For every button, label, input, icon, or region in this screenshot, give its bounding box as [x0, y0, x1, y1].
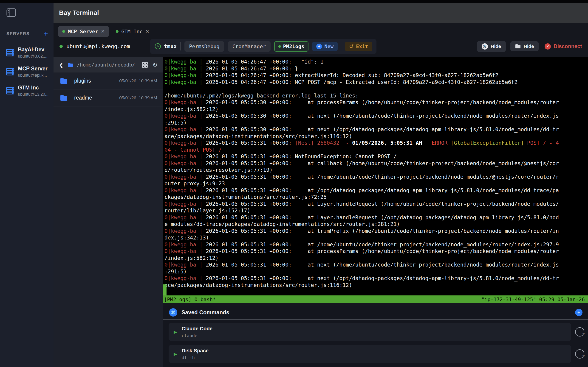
file-modified-date: 05/01/26, 10:39 AM [119, 78, 157, 83]
tmux-label: tmux [164, 43, 177, 49]
tmux-status-bar: [PM2Logs] 0:bash* "ip-172-31-49-125" 05:… [163, 295, 588, 303]
command-text: claude [182, 333, 212, 338]
chevron-down-icon: ⌄ [582, 352, 586, 357]
file-name: readme [74, 95, 119, 101]
page-title: Bay Terminal [59, 9, 99, 17]
connection-info: ubuntu@api.kwegg.com [60, 43, 130, 49]
terminal-pane[interactable]: 0|kwegg-ba | 2026-01-05 04:26:47 +00:00:… [163, 57, 588, 303]
servers-sidebar: SERVERS + BayAI-Dev ubuntu@3.62.... [0, 3, 53, 367]
saved-commands-header: ⌘ Saved Commands + [163, 306, 588, 320]
terminal-cursor [163, 284, 166, 295]
clock-icon [154, 43, 161, 50]
refresh-icon[interactable]: ↻ [153, 61, 157, 69]
app-header: Bay Terminal [53, 3, 588, 23]
close-icon[interactable]: ✕ [101, 29, 105, 34]
file-modified-date: 05/01/26, 10:39 AM [119, 95, 157, 100]
close-icon[interactable]: ✕ [145, 29, 149, 34]
hide-label: Hide [491, 44, 501, 49]
connection-toolbar: ubuntu@api.kwegg.com tmux PermsDebug Cro… [53, 37, 588, 56]
plus-icon: + [44, 30, 48, 38]
tmux-status-left: [PM2Logs] 0:bash* [164, 297, 216, 302]
server-name: GTM Inc [18, 85, 48, 91]
plus-icon: + [578, 309, 580, 315]
server-name: MCP Server [18, 66, 48, 72]
active-session-dot-icon [278, 45, 281, 48]
hide-commands-button[interactable]: ⌘ Hide [477, 41, 506, 52]
x-circle-icon: ✕ [545, 43, 551, 50]
session-label: PM2Logs [283, 44, 304, 49]
servers-section-label: SERVERS [6, 31, 30, 36]
command-text: df -h [182, 355, 208, 360]
command-name: Disk Space [182, 348, 208, 354]
tab-bar: MCP Server ✕ GTM Inc ✕ [53, 23, 588, 37]
server-icon [6, 49, 14, 56]
divider [180, 42, 181, 50]
add-server-button[interactable]: + [44, 31, 48, 36]
ellipsis-icon: ⋯ [578, 351, 582, 357]
session-button-pm2logs[interactable]: PM2Logs [274, 41, 309, 52]
hide-files-button[interactable]: Hide [510, 41, 539, 51]
path-bar: ❮ /home/ubuntu/nocodb/ ↻ [53, 57, 163, 73]
window-top-edge [0, 0, 588, 3]
ellipsis-icon: ⋯ [578, 329, 582, 334]
command-icon: ⌘ [169, 308, 177, 317]
folder-icon [515, 44, 521, 49]
terminal-output: 0|kwegg-ba | 2026-01-05 04:26:47 +00:00:… [164, 59, 587, 289]
file-row-readme[interactable]: readme 05/01/26, 10:39 AM [53, 90, 163, 106]
back-chevron-icon[interactable]: ❮ [59, 62, 64, 68]
main-area: MCP Server ✕ GTM Inc ✕ ubuntu@api.kwegg.… [53, 23, 588, 367]
connection-status-dot-icon [60, 45, 63, 48]
command-options-icon[interactable]: ⋯ ⌄ [575, 327, 584, 336]
new-session-button[interactable]: + New [312, 42, 338, 51]
disconnect-label: Disconnect [553, 43, 582, 50]
server-icon [6, 68, 14, 75]
play-icon[interactable]: ▶ [174, 329, 177, 335]
server-item-mcp-server[interactable]: MCP Server ubuntu@api.k... [0, 62, 53, 81]
session-button-permsdebug[interactable]: PermsDebug [184, 41, 224, 52]
file-browser-panel: ❮ /home/ubuntu/nocodb/ ↻ plugins 05/01 [53, 57, 163, 367]
chevron-down-icon: ⌄ [582, 330, 586, 335]
exit-session-button[interactable]: ↺ Exit [345, 42, 372, 51]
tmux-button[interactable]: tmux [154, 43, 177, 50]
tab-label: GTM Inc [121, 29, 143, 34]
server-item-bayai-dev[interactable]: BayAI-Dev ubuntu@3.62.... [0, 43, 53, 62]
folder-icon [67, 62, 73, 67]
command-name: Claude Code [182, 326, 212, 332]
server-icon [6, 87, 14, 94]
add-command-button[interactable]: + [575, 309, 582, 316]
connection-status-dot-icon [62, 30, 65, 33]
grid-view-icon[interactable] [142, 62, 148, 68]
folder-icon [60, 77, 68, 84]
session-button-cronmanager[interactable]: CronManager [228, 41, 271, 52]
connection-status-dot-icon [116, 30, 119, 33]
connection-host-label: ubuntu@api.kwegg.com [66, 43, 130, 49]
tab-label: MCP Server [68, 29, 98, 34]
panel-layout-icon [6, 8, 53, 17]
exit-label: Exit [356, 44, 368, 49]
server-host: ubuntu@api.k... [18, 73, 48, 78]
server-name: BayAI-Dev [18, 47, 47, 53]
folder-icon [60, 94, 68, 101]
server-host: ubuntu@13.20... [18, 92, 48, 97]
saved-commands-panel: ⌘ Saved Commands + ▶ Claude Code claude … [163, 306, 588, 367]
tmux-status-right: "ip-172-31-49-125" 05:29 05-Jan-26 [481, 297, 585, 302]
command-icon: ⌘ [482, 43, 488, 50]
command-options-icon[interactable]: ⋯ ⌄ [575, 349, 584, 359]
sidebar-toggle-button[interactable] [6, 8, 53, 17]
saved-command-claude-code[interactable]: ▶ Claude Code claude [169, 323, 571, 341]
saved-command-disk-space[interactable]: ▶ Disk Space df -h [169, 345, 571, 363]
current-path: /home/ubuntu/nocodb/ [77, 62, 138, 68]
server-host: ubuntu@3.62.... [18, 54, 47, 59]
file-row-plugins[interactable]: plugins 05/01/26, 10:39 AM [53, 73, 163, 90]
plus-circle-icon: + [316, 44, 322, 49]
tab-gtm-inc[interactable]: GTM Inc ✕ [112, 26, 153, 37]
server-item-gtm-inc[interactable]: GTM Inc ubuntu@13.20... [0, 81, 53, 100]
file-name: plugins [74, 78, 119, 84]
tab-mcp-server[interactable]: MCP Server ✕ [58, 26, 109, 37]
play-icon[interactable]: ▶ [174, 351, 177, 357]
new-session-label: New [324, 44, 334, 49]
exit-arrow-icon: ↺ [349, 44, 354, 49]
saved-commands-title: Saved Commands [182, 309, 575, 316]
disconnect-button[interactable]: ✕ Disconnect [545, 43, 582, 50]
tmux-session-group: tmux PermsDebug CronManager PM2Logs + Ne… [150, 39, 376, 54]
